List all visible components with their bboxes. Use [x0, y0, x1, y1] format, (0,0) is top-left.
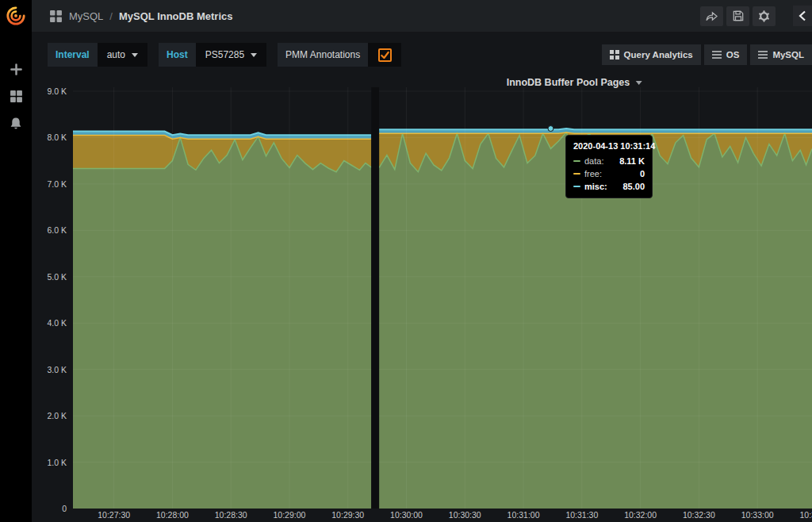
y-axis-label: 7.0 K	[32, 179, 67, 189]
x-axis-label: 10:30:30	[437, 510, 492, 520]
tooltip-series-label: misc:	[584, 182, 607, 191]
tooltip-row: misc: 85.00	[573, 182, 645, 191]
breadcrumb: MySQL / MySQL InnoDB Metrics	[49, 10, 232, 23]
save-icon	[733, 10, 744, 21]
top-nav: MySQL / MySQL InnoDB Metrics	[0, 0, 812, 32]
tooltip-series-label: data:	[584, 156, 603, 166]
query-analytics-link[interactable]: Query Analytics	[602, 44, 701, 65]
host-select[interactable]: PS57285	[196, 43, 266, 67]
breadcrumb-separator: /	[109, 10, 113, 22]
y-axis-label: 1.0 K	[32, 458, 67, 467]
alerting-button[interactable]	[0, 109, 32, 136]
caret-down-icon	[635, 81, 642, 85]
toolbar: Interval auto Host PS57285 PMM Annotatio…	[32, 38, 812, 71]
grafana-app: MySQL / MySQL InnoDB Metrics	[0, 0, 812, 522]
tooltip-row: data: 8.11 K	[573, 156, 645, 166]
dashboard-grid-icon	[49, 10, 63, 23]
mysql-link[interactable]: MySQL	[750, 44, 812, 65]
chevron-left-icon	[799, 10, 806, 21]
chart-svg[interactable]	[73, 87, 812, 509]
x-axis-label: 10:28:30	[203, 510, 259, 520]
menu-icon	[712, 51, 722, 59]
panel-title-text: InnoDB Buffer Pool Pages	[507, 77, 630, 88]
y-axis-label: 8.0 K	[32, 132, 67, 142]
series-swatch-free	[573, 173, 580, 175]
x-axis-label: 10:33:30	[788, 510, 812, 520]
grafana-logo[interactable]	[0, 0, 32, 32]
x-axis-label: 10:28:00	[144, 510, 200, 520]
apps-icon	[610, 50, 619, 59]
breadcrumb-section[interactable]: MySQL	[69, 10, 103, 22]
breadcrumb-title: MySQL InnoDB Metrics	[119, 10, 233, 22]
tooltip-series-label: free:	[584, 169, 602, 178]
nav-actions	[700, 6, 776, 26]
alerts-bell-icon	[10, 117, 22, 130]
sidebar	[0, 32, 32, 522]
dashboards-icon	[10, 90, 23, 103]
menu-icon	[758, 51, 768, 59]
x-axis-label: 10:32:30	[671, 510, 726, 520]
pmm-annotations-control: PMM Annotations	[278, 43, 401, 67]
interval-variable: Interval auto	[48, 43, 147, 67]
x-axis-label: 10:31:30	[554, 510, 610, 520]
panel-title[interactable]: InnoDB Buffer Pool Pages	[507, 77, 642, 88]
series-swatch-misc	[573, 186, 580, 187]
share-button[interactable]	[700, 6, 723, 26]
x-axis-label: 10:27:30	[86, 510, 142, 520]
settings-gear-icon	[758, 10, 770, 22]
chart-tooltip: 2020-04-13 10:31:14 data: 8.11 K free: 0…	[565, 135, 653, 198]
y-axis-label: 6.0 K	[32, 225, 67, 235]
pmm-annotations-checkbox[interactable]	[368, 43, 401, 67]
collapse-timepicker-button[interactable]	[793, 6, 812, 26]
os-link[interactable]: OS	[704, 44, 748, 65]
tooltip-series-value: 8.11 K	[619, 156, 645, 166]
host-value: PS57285	[205, 49, 244, 60]
tooltip-series-value: 85.00	[622, 182, 645, 191]
series-swatch-data	[573, 160, 580, 162]
x-axis-label: 10:30:00	[379, 510, 435, 520]
create-button[interactable]	[0, 56, 32, 83]
interval-select[interactable]: auto	[98, 43, 147, 67]
interval-value: auto	[107, 49, 125, 60]
y-axis-label: 2.0 K	[32, 411, 67, 420]
tooltip-timestamp: 2020-04-13 10:31:14	[573, 141, 645, 151]
y-axis-label: 4.0 K	[32, 318, 67, 328]
query-analytics-label: Query Analytics	[624, 50, 693, 59]
tooltip-series-value: 0	[640, 169, 645, 178]
save-button[interactable]	[726, 6, 749, 26]
caret-down-icon	[132, 53, 138, 57]
x-axis-label: 10:33:00	[730, 510, 785, 520]
y-axis-label: 0	[32, 504, 67, 513]
share-icon	[706, 11, 718, 21]
y-axis-label: 3.0 K	[32, 365, 67, 374]
mysql-label: MySQL	[772, 50, 804, 59]
y-axis-label: 5.0 K	[32, 272, 67, 282]
host-variable: Host PS57285	[159, 43, 266, 67]
x-axis-label: 10:29:30	[320, 510, 376, 520]
plus-icon	[10, 63, 23, 76]
x-axis-label: 10:31:00	[496, 510, 551, 520]
caret-down-icon	[251, 53, 257, 57]
checkbox-box	[378, 48, 392, 62]
panel-innodb-buffer-pool-pages: InnoDB Buffer Pool Pages 01.0 K2.0 K3.0 …	[32, 71, 812, 522]
y-axis-label: 9.0 K	[32, 86, 67, 96]
interval-label: Interval	[48, 43, 98, 67]
os-label: OS	[726, 50, 740, 59]
host-label: Host	[159, 43, 196, 67]
x-axis-label: 10:32:00	[613, 510, 668, 520]
dashboards-button[interactable]	[0, 83, 32, 109]
x-axis-label: 10:29:00	[262, 510, 317, 520]
settings-button[interactable]	[753, 6, 776, 26]
grafana-flame-icon	[6, 6, 26, 26]
tooltip-row: free: 0	[573, 169, 645, 178]
pmm-annotations-label: PMM Annotations	[278, 43, 368, 67]
checkbox-check-icon	[380, 50, 390, 60]
